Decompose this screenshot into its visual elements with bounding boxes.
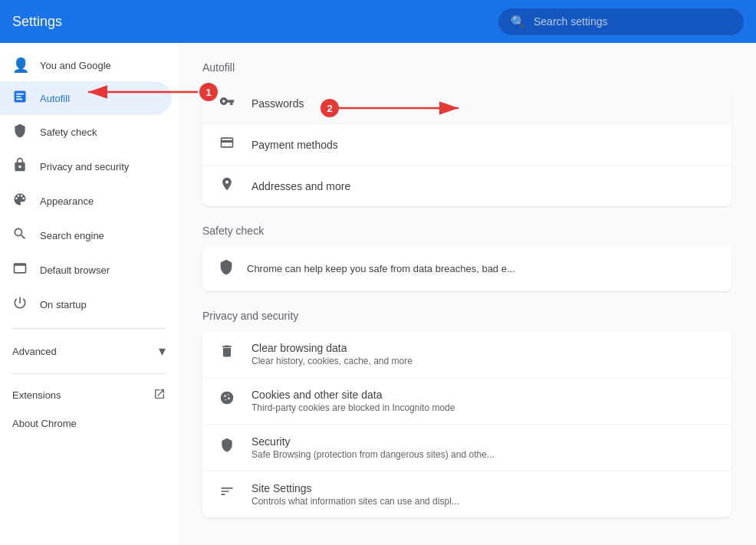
- sidebar-label-safety-check: Safety check: [40, 126, 97, 138]
- extensions-label: Extensions: [12, 389, 61, 401]
- site-settings-content: Site Settings Controls what information …: [251, 482, 459, 507]
- header: Settings 🔍: [0, 0, 756, 43]
- sidebar-item-about-chrome[interactable]: About Chrome: [0, 410, 178, 437]
- trash-icon: [218, 343, 236, 363]
- payment-label: Payment methods: [251, 139, 338, 151]
- sidebar-divider-1: [12, 328, 166, 329]
- sidebar-label-on-startup: On startup: [40, 299, 87, 310]
- sidebar-label-you-and-google: You and Google: [40, 60, 111, 71]
- search-bar[interactable]: 🔍: [498, 8, 744, 35]
- sidebar-item-on-startup[interactable]: On startup: [0, 287, 172, 322]
- browser-icon: [12, 261, 28, 280]
- autofill-section: Passwords Payment methods Addresses and …: [202, 83, 731, 206]
- advanced-label: Advanced: [12, 346, 57, 357]
- autofill-addresses-item[interactable]: Addresses and more: [202, 166, 731, 206]
- safety-check-text: Chrome can help keep you safe from data …: [247, 263, 515, 274]
- sidebar-item-autofill[interactable]: Autofill: [0, 81, 172, 115]
- clear-browsing-title: Clear browsing data: [251, 342, 413, 354]
- privacy-site-settings[interactable]: Site Settings Controls what information …: [202, 471, 731, 517]
- safety-check-section: Safety check Chrome can help keep you sa…: [202, 225, 731, 291]
- credit-card-icon: [218, 135, 236, 154]
- safety-shield-icon: [218, 258, 235, 279]
- cookies-content: Cookies and other site data Third-party …: [251, 389, 455, 413]
- about-chrome-label: About Chrome: [12, 418, 77, 429]
- privacy-cookies[interactable]: Cookies and other site data Third-party …: [202, 378, 731, 425]
- privacy-items-container: Clear browsing data Clear history, cooki…: [202, 331, 731, 517]
- svg-point-4: [221, 392, 234, 405]
- svg-rect-3: [16, 99, 22, 100]
- autofill-payment-item[interactable]: Payment methods: [202, 124, 731, 166]
- sidebar-label-default-browser: Default browser: [40, 264, 110, 276]
- cookies-desc: Third-party cookies are blocked in Incog…: [251, 402, 455, 413]
- main-layout: 👤 You and Google Autofill Safety check: [0, 43, 756, 545]
- cookie-icon: [218, 390, 236, 409]
- svg-point-7: [228, 398, 230, 400]
- sidebar-label-appearance: Appearance: [40, 195, 94, 207]
- person-icon: 👤: [12, 57, 28, 74]
- search-input[interactable]: [534, 15, 731, 28]
- sidebar-item-privacy[interactable]: Privacy and security: [0, 149, 172, 184]
- addresses-label: Addresses and more: [251, 180, 350, 192]
- security-title: Security: [251, 435, 495, 448]
- sidebar-item-extensions[interactable]: Extensions: [0, 380, 178, 410]
- clear-browsing-desc: Clear history, cookies, cache, and more: [251, 356, 413, 366]
- site-settings-desc: Controls what information sites can use …: [251, 496, 459, 507]
- site-settings-icon: [218, 484, 236, 503]
- passwords-label: Passwords: [251, 97, 304, 110]
- sidebar-label-autofill: Autofill: [40, 93, 70, 104]
- autofill-icon: [12, 89, 28, 107]
- autofill-passwords-item[interactable]: Passwords: [202, 83, 731, 124]
- safety-check-title: Safety check: [202, 225, 731, 240]
- main-content: Autofill Passwords Payment methods: [178, 43, 756, 545]
- security-shield-icon: [218, 437, 236, 456]
- autofill-section-title: Autofill: [202, 61, 731, 77]
- sidebar-advanced[interactable]: Advanced ▾: [0, 335, 178, 367]
- sidebar-item-appearance[interactable]: Appearance: [0, 184, 172, 218]
- external-link-icon: [153, 388, 166, 402]
- power-icon: [12, 295, 28, 314]
- lock-icon: [12, 157, 28, 176]
- sidebar-item-safety-check[interactable]: Safety check: [0, 115, 172, 149]
- sidebar-item-default-browser[interactable]: Default browser: [0, 253, 172, 287]
- search-icon: 🔍: [511, 15, 526, 29]
- app-container: Settings 🔍 👤 You and Google Autofill: [0, 0, 756, 545]
- search-magnify-icon: [12, 226, 28, 245]
- cookies-title: Cookies and other site data: [251, 389, 455, 401]
- safety-check-card[interactable]: Chrome can help keep you safe from data …: [202, 246, 731, 291]
- privacy-clear-browsing[interactable]: Clear browsing data Clear history, cooki…: [202, 331, 731, 378]
- svg-point-5: [224, 395, 226, 397]
- sidebar: 👤 You and Google Autofill Safety check: [0, 43, 178, 545]
- chevron-down-icon: ▾: [159, 343, 166, 360]
- svg-point-8: [225, 399, 227, 401]
- sidebar-label-search-engine: Search engine: [40, 230, 104, 241]
- privacy-security[interactable]: Security Safe Browsing (protection from …: [202, 425, 731, 471]
- security-content: Security Safe Browsing (protection from …: [251, 435, 495, 460]
- sidebar-label-privacy: Privacy and security: [40, 161, 129, 172]
- sidebar-divider-2: [12, 373, 166, 374]
- sidebar-item-search-engine[interactable]: Search engine: [0, 218, 172, 253]
- palette-icon: [12, 192, 28, 211]
- shield-icon: [12, 123, 28, 142]
- security-desc: Safe Browsing (protection from dangerous…: [251, 449, 495, 460]
- svg-rect-1: [16, 94, 24, 95]
- site-settings-title: Site Settings: [251, 482, 459, 494]
- app-title: Settings: [12, 14, 486, 30]
- key-icon: [218, 94, 236, 113]
- clear-browsing-content: Clear browsing data Clear history, cooki…: [251, 342, 413, 366]
- privacy-section: Privacy and security Clear browsing data…: [202, 310, 731, 517]
- sidebar-item-you-and-google[interactable]: 👤 You and Google: [0, 49, 172, 81]
- privacy-section-title: Privacy and security: [202, 310, 731, 325]
- svg-point-6: [228, 394, 229, 396]
- svg-rect-2: [16, 96, 21, 97]
- location-icon: [218, 176, 236, 195]
